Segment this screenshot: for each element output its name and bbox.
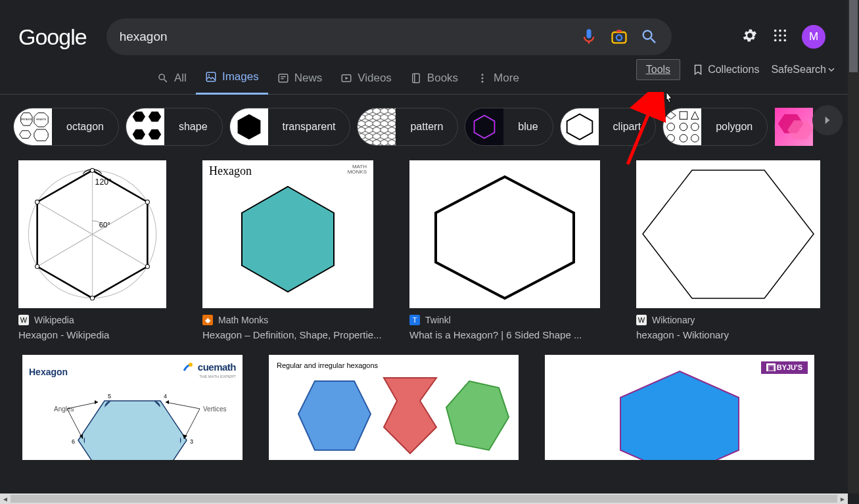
search-bar[interactable]: [106, 18, 672, 55]
svg-point-66: [90, 296, 94, 300]
image-result[interactable]: WWiktionary hexagon - Wiktionary: [636, 160, 820, 340]
svg-text:4: 4: [164, 393, 167, 400]
safesearch-dropdown[interactable]: SafeSearch: [771, 64, 835, 76]
search-icon[interactable]: [640, 28, 659, 46]
tab-books[interactable]: Books: [401, 72, 467, 94]
vertical-scrollbar[interactable]: [848, 0, 859, 493]
svg-marker-32: [133, 129, 145, 139]
svg-text:60°: 60°: [99, 221, 110, 229]
chip-blue[interactable]: blue: [465, 108, 553, 146]
image-search-icon[interactable]: [610, 28, 628, 46]
svg-point-48: [691, 135, 699, 143]
horizontal-scrollbar[interactable]: ◄ ►: [0, 493, 848, 504]
svg-point-47: [680, 135, 687, 143]
svg-line-81: [184, 409, 200, 439]
image-result[interactable]: Hexagon MATHMONKS ◆Math Monks Hexagon – …: [202, 160, 383, 340]
svg-point-4: [779, 30, 781, 32]
chip-thumb: [230, 108, 268, 146]
svg-marker-91: [620, 371, 739, 460]
chip-label: clipart: [599, 121, 656, 133]
svg-point-46: [667, 135, 675, 143]
svg-point-23: [482, 80, 484, 82]
tools-button[interactable]: Tools: [636, 59, 680, 80]
tab-label: Images: [222, 70, 259, 83]
svg-rect-2: [616, 30, 621, 33]
chip-transparent[interactable]: transparent: [229, 108, 351, 146]
svg-marker-37: [475, 116, 495, 139]
result-source: Twinkl: [425, 315, 451, 325]
favicon: ◆: [202, 315, 213, 325]
svg-rect-12: [206, 72, 216, 81]
chip-label: octagon: [52, 121, 118, 133]
svg-text:HEXAGON: HEXAGON: [36, 118, 45, 121]
svg-marker-88: [298, 381, 371, 450]
svg-marker-75: [95, 400, 98, 404]
svg-point-64: [145, 200, 149, 204]
svg-point-43: [667, 123, 675, 131]
svg-text:6: 6: [72, 438, 75, 445]
tab-label: Videos: [358, 72, 392, 85]
apps-icon[interactable]: [773, 28, 787, 45]
svg-point-65: [145, 265, 149, 269]
tab-all[interactable]: All: [148, 72, 196, 94]
svg-text:PENTAGON: PENTAGON: [21, 118, 32, 121]
result-source: Math Monks: [218, 315, 268, 325]
related-chips-row: PENTAGONHEXAGON octagon shape transparen…: [0, 95, 848, 146]
result-title: Hexagon - Wikipedia: [18, 329, 176, 340]
svg-point-5: [784, 30, 787, 32]
svg-point-45: [691, 123, 699, 131]
collections-link[interactable]: Collections: [692, 64, 759, 76]
chip-label: pattern: [396, 121, 457, 133]
image-result[interactable]: TTwinkl What is a Hexagon? | 6 Sided Sha…: [409, 160, 610, 340]
chip-polygon[interactable]: polygon: [662, 108, 768, 146]
search-input[interactable]: [120, 30, 580, 44]
svg-point-63: [90, 168, 94, 172]
chip-thumb: PENTAGONHEXAGON: [14, 108, 52, 146]
svg-point-8: [784, 34, 787, 37]
settings-icon[interactable]: [741, 27, 758, 47]
tab-label: More: [494, 72, 519, 85]
svg-point-1: [616, 35, 622, 40]
tab-label: All: [174, 72, 187, 85]
result-title: Hexagon – Definition, Shape, Propertie..…: [202, 329, 383, 340]
result-source: Wikipedia: [34, 315, 74, 325]
google-logo[interactable]: Google: [18, 24, 87, 50]
chip-thumb: [561, 108, 599, 146]
tab-more[interactable]: More: [467, 72, 528, 94]
image-result[interactable]: Hexagon cuemath THE MATH EXPERT Angles V…: [22, 355, 243, 460]
chip-pattern[interactable]: pattern: [357, 108, 458, 146]
chips-next-button[interactable]: [812, 105, 843, 135]
image-result[interactable]: 120°60° WWikipedia Hexagon - Wikipedia: [18, 160, 176, 340]
chip-octagon[interactable]: PENTAGONHEXAGON octagon: [13, 108, 119, 146]
svg-marker-40: [666, 112, 676, 120]
chip-label: polygon: [701, 121, 767, 133]
tab-videos[interactable]: Videos: [331, 72, 401, 94]
scroll-right-arrow[interactable]: ►: [837, 493, 848, 504]
favicon: W: [636, 315, 647, 325]
favicon: W: [18, 315, 29, 325]
svg-rect-36: [358, 108, 396, 146]
voice-search-icon[interactable]: [580, 28, 598, 46]
svg-line-76: [67, 409, 83, 439]
tab-images[interactable]: Images: [196, 70, 268, 95]
account-avatar[interactable]: M: [802, 25, 825, 49]
chip-clipart[interactable]: clipart: [560, 108, 657, 146]
image-result[interactable]: ▣BYJU'S: [545, 355, 814, 460]
tab-news[interactable]: News: [268, 72, 332, 94]
result-source: Wiktionary: [652, 315, 695, 325]
svg-marker-42: [691, 112, 699, 120]
scroll-left-arrow[interactable]: ◄: [0, 493, 11, 504]
chip-shape[interactable]: shape: [126, 108, 223, 146]
image-result[interactable]: Regular and irregular hexagons: [269, 355, 519, 460]
svg-line-79: [166, 402, 200, 409]
result-title: hexagon - Wiktionary: [636, 329, 820, 340]
svg-marker-80: [166, 400, 169, 404]
svg-rect-0: [612, 32, 626, 43]
brand-badge: ▣BYJU'S: [761, 361, 808, 374]
svg-point-6: [774, 34, 777, 37]
chip-label: blue: [503, 121, 552, 133]
svg-point-67: [35, 265, 39, 269]
chip-thumb: [465, 108, 503, 146]
chip-partial[interactable]: [774, 108, 814, 146]
svg-point-44: [680, 123, 687, 131]
